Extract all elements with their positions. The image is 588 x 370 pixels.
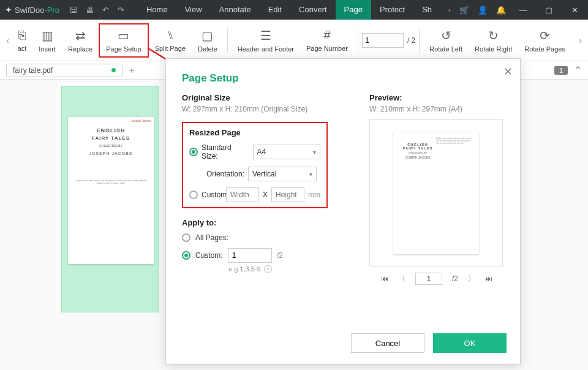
preview-page: ENGLISH FAIRY TALES COLLECTED BY JOSEPH … — [393, 132, 479, 254]
preview-heading: Preview: — [369, 93, 504, 102]
custom-size-label: Custom: — [202, 191, 222, 199]
menu-home[interactable]: Home — [138, 0, 176, 20]
dialog-title: Page Setup — [182, 72, 504, 85]
header-footer-button[interactable]: ☰Header and Footer — [232, 25, 300, 56]
unit-label: mm — [308, 191, 320, 199]
custom-pages-input[interactable] — [228, 248, 272, 263]
insert-button[interactable]: ▥Insert — [32, 25, 62, 56]
custom-height-input[interactable] — [271, 187, 304, 202]
bell-icon[interactable]: 🔔 — [496, 6, 506, 15]
page-input[interactable] — [362, 33, 404, 48]
help-icon[interactable]: ? — [264, 265, 272, 273]
all-pages-radio[interactable] — [182, 233, 190, 242]
orientation-label: Orientation: — [202, 170, 244, 178]
titlebar: ✦ SwifDoo-Pro 🖫 🖶 ↶ ↷ Home View Annotate… — [0, 0, 588, 20]
page-setup-button[interactable]: ▭Page Setup — [99, 23, 149, 58]
replace-button[interactable]: ⇄Replace — [62, 25, 99, 56]
rotate-left-icon: ↺ — [441, 28, 451, 43]
page-badge: 1 — [554, 66, 568, 75]
header-footer-icon: ☰ — [260, 28, 271, 43]
resized-page-heading: Resized Page — [189, 128, 320, 137]
rotate-pages-button[interactable]: ⟳Rotate Pages — [518, 25, 571, 56]
cart-icon[interactable]: 🛒 — [459, 6, 469, 15]
ribbon-prev-icon[interactable]: ‹ — [4, 36, 12, 45]
preview-nav: ⏮ 〈 /2 〉 ⏭ — [369, 273, 504, 285]
chevron-right-icon[interactable]: › — [448, 6, 451, 15]
extract-icon: ⎘ — [18, 28, 26, 42]
pages-hint: e.g.1,3,5-9 ? — [228, 265, 351, 273]
page-total: / 2 — [407, 36, 415, 45]
close-button[interactable]: ✕ — [566, 6, 583, 15]
custom-pages-label: Custom: — [195, 251, 223, 260]
preview-size-value: W: 210mm x H: 297mm (A4) — [369, 105, 504, 113]
last-page-icon[interactable]: ⏭ — [485, 274, 492, 283]
original-size-heading: Original Size — [182, 93, 351, 102]
print-icon[interactable]: 🖶 — [86, 6, 94, 15]
next-page-icon[interactable]: 〉 — [468, 274, 475, 284]
rotate-right-button[interactable]: ↻Rotate Right — [469, 25, 518, 56]
brand-text-1: SwifDoo — [15, 6, 44, 15]
redo-icon[interactable]: ↷ — [118, 6, 124, 15]
orientation-select[interactable]: Vertical▾ — [248, 167, 317, 181]
page-setup-dialog: ✕ Page Setup Original Size W: 297mm x H:… — [165, 58, 521, 364]
split-page-button[interactable]: ⑊Split Page — [149, 25, 192, 56]
user-icon[interactable]: 👤 — [478, 6, 488, 15]
replace-icon: ⇄ — [75, 28, 86, 43]
logo-icon: ✦ — [5, 5, 12, 15]
original-size-value: W: 297mm x H: 210mm (Original Size) — [182, 105, 351, 113]
ok-button[interactable]: OK — [433, 333, 507, 353]
all-pages-label: All Pages: — [195, 233, 228, 242]
prev-page-icon[interactable]: 〈 — [398, 274, 405, 284]
page-number-button[interactable]: #Page Number — [300, 25, 354, 56]
extract-button[interactable]: ⎘act — [12, 25, 33, 56]
menu-annotate[interactable]: Annotate — [211, 0, 260, 20]
split-page-icon: ⑊ — [167, 28, 174, 42]
menu-edit[interactable]: Edit — [260, 0, 290, 20]
menu-protect[interactable]: Protect — [371, 0, 413, 20]
rotate-left-button[interactable]: ↺Rotate Left — [423, 25, 469, 56]
maximize-button[interactable]: ▢ — [540, 6, 557, 15]
custom-width-input[interactable] — [226, 187, 259, 202]
tabs-up-icon[interactable]: ⌃ — [574, 64, 582, 76]
add-tab-button[interactable]: + — [129, 65, 134, 76]
ribbon-next-icon[interactable]: › — [576, 36, 584, 45]
standard-size-radio[interactable] — [189, 148, 198, 156]
page-number-icon: # — [323, 28, 330, 42]
rotate-pages-icon: ⟳ — [540, 28, 550, 43]
undo-icon[interactable]: ↶ — [102, 6, 109, 15]
rotate-right-icon: ↻ — [488, 28, 499, 43]
custom-pages-total: /2 — [277, 251, 283, 260]
modified-dot-icon — [111, 68, 116, 72]
dialog-close-button[interactable]: ✕ — [503, 65, 513, 78]
ribbon: ‹ ⎘act ▥Insert ⇄Replace ▭Page Setup ⑊Spl… — [0, 20, 588, 61]
page-thumbnail-wrap[interactable]: Joseph Jacobs ENGLISH FAIRY TALES COLLEC… — [61, 86, 159, 312]
preview-box: ENGLISH FAIRY TALES COLLECTED BY JOSEPH … — [369, 119, 503, 266]
app-logo: ✦ SwifDoo-Pro — [0, 5, 63, 15]
chevron-down-icon: ▾ — [313, 149, 316, 156]
chevron-down-icon: ▾ — [309, 171, 312, 178]
file-tab-label: fairy tale.pdf — [13, 66, 53, 75]
file-tab[interactable]: fairy tale.pdf — [6, 64, 123, 77]
save-icon[interactable]: 🖫 — [69, 6, 77, 15]
delete-button[interactable]: ▢Delete — [192, 25, 224, 56]
custom-size-radio[interactable] — [189, 191, 198, 199]
menu-page[interactable]: Page — [336, 0, 371, 20]
page-thumbnail: Joseph Jacobs ENGLISH FAIRY TALES COLLEC… — [68, 117, 154, 264]
preview-page-total: /2 — [452, 274, 458, 283]
main-menu: Home View Annotate Edit Convert Page Pro… — [138, 0, 440, 20]
menu-share[interactable]: Sh — [413, 0, 440, 20]
insert-icon: ▥ — [42, 28, 53, 43]
minimize-button[interactable]: — — [514, 6, 532, 15]
preview-page-input[interactable] — [415, 273, 442, 285]
resized-page-section: Resized Page Standard Size: A4▾ Orientat… — [182, 122, 328, 208]
menu-view[interactable]: View — [176, 0, 211, 20]
cancel-button[interactable]: Cancel — [351, 333, 424, 353]
brand-text-2: -Pro — [44, 6, 59, 15]
standard-size-select[interactable]: A4▾ — [253, 145, 321, 159]
page-setup-icon: ▭ — [118, 28, 129, 43]
delete-icon: ▢ — [202, 28, 213, 43]
first-page-icon[interactable]: ⏮ — [381, 274, 388, 283]
dimension-x: X — [263, 191, 268, 199]
menu-convert[interactable]: Convert — [290, 0, 336, 20]
custom-pages-radio[interactable] — [182, 251, 190, 260]
